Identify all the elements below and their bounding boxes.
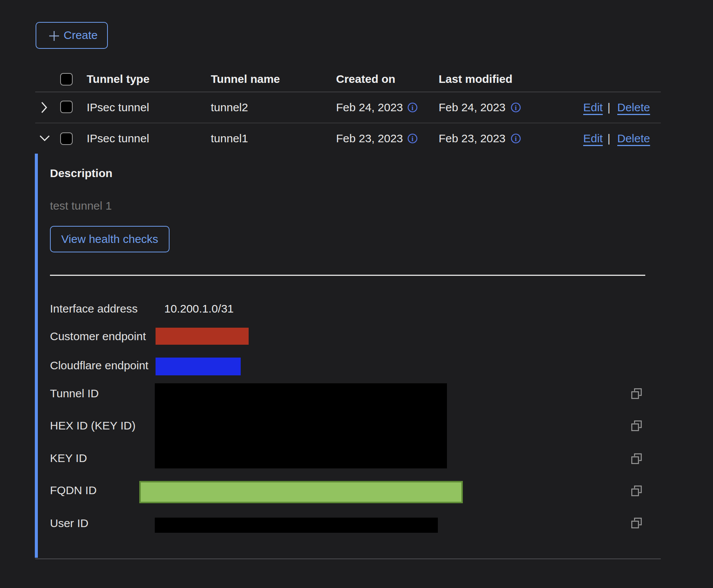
svg-text:i: i bbox=[515, 135, 517, 143]
svg-text:i: i bbox=[515, 104, 517, 112]
svg-text:i: i bbox=[411, 104, 413, 112]
svg-text:i: i bbox=[411, 135, 413, 143]
